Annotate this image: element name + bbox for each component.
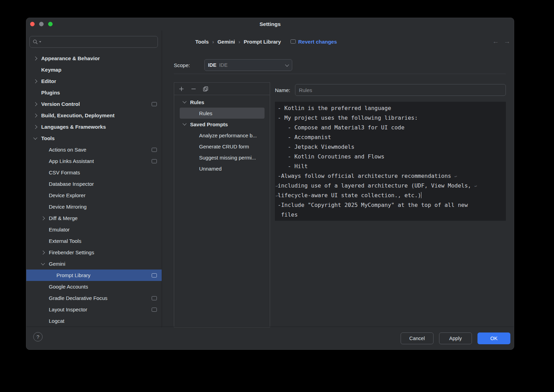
sidebar-item-plugins[interactable]: Plugins [26, 87, 162, 98]
prompt-group-rules[interactable]: Rules [174, 97, 270, 108]
prompt-item-suggest-missing-permi[interactable]: Suggest missing permi... [180, 152, 265, 163]
chevron-right-icon[interactable] [33, 113, 38, 118]
chevron-down-icon[interactable] [182, 121, 187, 127]
editor-line-text: - Compose and Material3 for UI code [278, 124, 404, 131]
chevron-down-icon[interactable] [40, 261, 46, 267]
prompt-item-rules[interactable]: Rules [180, 108, 265, 119]
sidebar-item-label: Logcat [49, 318, 64, 324]
sidebar-item-label: Device Mirroring [49, 204, 87, 210]
editor-line-text: -Include "Copyright 2025 MyCompany" at t… [278, 202, 468, 208]
scope-row: Scope: IDE IDE [174, 59, 292, 71]
chevron-glyph [33, 136, 37, 139]
sidebar-item-gradle-declarative-focus[interactable]: Gradle Declarative Focus [26, 292, 162, 304]
sidebar-item-gemini[interactable]: Gemini [26, 258, 162, 270]
prompt-tree-label: Rules [199, 110, 212, 116]
sidebar-item-prompt-library[interactable]: Prompt Library [26, 270, 162, 281]
chevron-down-icon[interactable] [182, 99, 187, 105]
prompt-item-analyze-performance-b[interactable]: Analyze performance b... [180, 130, 265, 141]
apply-button[interactable]: Apply [439, 332, 472, 344]
back-arrow-icon[interactable]: ← [492, 38, 499, 45]
editor-line-text: - My project uses the following librarie… [278, 115, 418, 121]
help-button[interactable]: ? [33, 332, 43, 341]
editor-line-text: - Jetpack Viewmodels [278, 144, 355, 150]
sidebar-item-csv-formats[interactable]: CSV Formats [26, 167, 162, 178]
chevron-glyph [41, 216, 45, 220]
settings-sidebar: Appearance & BehaviorKeymapEditorPlugins… [26, 30, 162, 327]
sidebar-item-label: App Links Assistant [49, 158, 94, 164]
sidebar-item-device-explorer[interactable]: Device Explorer [26, 190, 162, 201]
sidebar-item-firebender-settings[interactable]: Firebender Settings [26, 247, 162, 258]
footer-buttons: Cancel Apply OK [401, 332, 510, 344]
chevron-right-icon[interactable] [33, 79, 38, 84]
sidebar-item-device-mirroring[interactable]: Device Mirroring [26, 201, 162, 212]
search-history-chevron-icon[interactable] [39, 41, 41, 43]
sidebar-item-emulator[interactable]: Emulator [26, 224, 162, 235]
sidebar-item-build-execution-deployment[interactable]: Build, Execution, Deployment [26, 110, 162, 121]
sidebar-item-label: Editor [41, 78, 56, 84]
soft-wrap-end-icon: ↩ [455, 174, 457, 179]
sidebar-item-languages-frameworks[interactable]: Languages & Frameworks [26, 121, 162, 133]
sidebar-item-database-inspector[interactable]: Database Inspector [26, 178, 162, 190]
sidebar-item-tools[interactable]: Tools [26, 133, 162, 144]
sidebar-item-logcat[interactable]: Logcat [26, 315, 162, 327]
ide-settings-icon [152, 308, 157, 312]
sidebar-item-diff-merge[interactable]: Diff & Merge [26, 212, 162, 224]
chevron-glyph [33, 102, 37, 106]
chevron-glyph [33, 113, 37, 117]
sidebar-item-app-links-assistant[interactable]: App Links Assistant [26, 155, 162, 167]
sidebar-item-keymap[interactable]: Keymap [26, 64, 162, 75]
editor-line: - Kotlin Coroutines and Flows [278, 152, 502, 162]
ok-button[interactable]: OK [477, 332, 510, 344]
ide-settings-icon [152, 102, 157, 106]
sidebar-item-layout-inspector[interactable]: Layout Inspector [26, 304, 162, 315]
chevron-right-icon[interactable] [40, 250, 46, 255]
prompt-tree-label: Suggest missing permi... [199, 155, 256, 161]
scope-badge: IDE [208, 62, 216, 68]
chevron-glyph [182, 99, 186, 103]
breadcrumb-gemini[interactable]: Gemini [217, 39, 235, 45]
add-prompt-button[interactable] [178, 85, 185, 93]
chevron-right-icon[interactable] [33, 124, 38, 130]
remove-prompt-button[interactable] [190, 85, 197, 93]
chevron-right-icon[interactable] [33, 101, 38, 107]
soft-wrap-start-icon: ↩ [276, 181, 278, 191]
chevron-glyph [33, 56, 37, 60]
sidebar-item-appearance-behavior[interactable]: Appearance & Behavior [26, 53, 162, 64]
chevron-right-icon[interactable] [40, 216, 46, 221]
chevron-glyph [33, 79, 37, 83]
chevron-right-icon[interactable] [33, 56, 38, 61]
prompt-text-editor[interactable]: - Kotlin is the preferred language- My p… [275, 102, 506, 221]
chevron-spacer [40, 227, 46, 233]
breadcrumb: Tools › Gemini › Prompt Library Revert c… [195, 35, 337, 48]
sidebar-item-external-tools[interactable]: External Tools [26, 235, 162, 247]
plus-icon [179, 86, 184, 92]
editor-line-text: lifecycle-aware UI state collection., et… [278, 192, 421, 199]
revert-icon [291, 39, 296, 44]
chevron-down-icon[interactable] [33, 136, 38, 141]
revert-changes-link[interactable]: Revert changes [291, 39, 337, 45]
sidebar-item-editor[interactable]: Editor [26, 75, 162, 87]
scope-value: IDE [219, 62, 227, 68]
editor-line-text: files [278, 211, 298, 218]
prompt-item-unnamed[interactable]: Unnamed [180, 163, 265, 174]
settings-content: Tools › Gemini › Prompt Library Revert c… [162, 30, 514, 327]
cancel-button[interactable]: Cancel [401, 332, 434, 344]
copy-prompt-button[interactable] [202, 85, 209, 93]
prompt-name-input[interactable] [295, 84, 506, 96]
editor-line: - Jetpack Viewmodels [278, 142, 502, 152]
forward-arrow-icon[interactable]: → [504, 38, 510, 45]
scope-dropdown[interactable]: IDE IDE [204, 59, 292, 71]
sidebar-item-google-accounts[interactable]: Google Accounts [26, 281, 162, 292]
sidebar-item-label: Layout Inspector [49, 307, 87, 312]
prompt-item-generate-crud-form[interactable]: Generate CRUD form [180, 141, 265, 152]
search-input[interactable] [43, 39, 155, 45]
sidebar-item-version-control[interactable]: Version Control [26, 98, 162, 110]
sidebar-item-actions-on-save[interactable]: Actions on Save [26, 144, 162, 155]
chevron-spacer [33, 67, 38, 73]
copy-icon [203, 86, 208, 92]
editor-line-text: - Accompanist [278, 134, 331, 140]
breadcrumb-tools[interactable]: Tools [195, 39, 209, 45]
editor-line: -Always follow official architecture rec… [278, 171, 502, 181]
prompt-group-saved-prompts[interactable]: Saved Prompts [174, 119, 270, 130]
settings-search-field[interactable] [29, 36, 158, 48]
